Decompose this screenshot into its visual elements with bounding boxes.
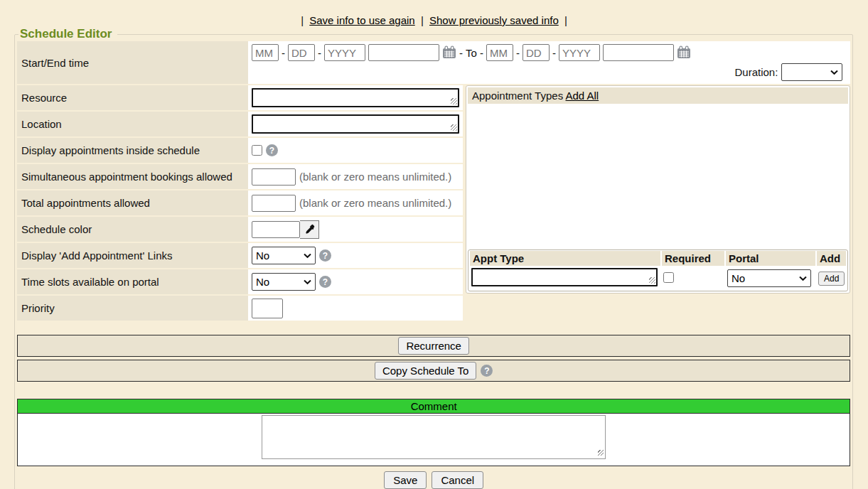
- time-slots-label: Time slots available on portal: [17, 269, 248, 294]
- add-appt-links-row: Display 'Add Appointment' Links No ?: [17, 243, 463, 268]
- schedule-color-label: Schedule color: [17, 217, 248, 242]
- schedule-color-row: Schedule color: [17, 217, 463, 242]
- appointment-type-table: Appt Type Required Portal Add: [468, 249, 848, 291]
- time-slots-select[interactable]: No: [252, 273, 316, 291]
- save-info-link[interactable]: Save info to use again: [309, 14, 414, 26]
- comment-header: Comment: [18, 399, 850, 414]
- end-time-input[interactable]: [603, 44, 674, 61]
- save-button[interactable]: Save: [384, 471, 427, 489]
- simultaneous-row: Simultaneous appointment bookings allowe…: [17, 164, 463, 189]
- date-separator: -: [318, 47, 321, 59]
- priority-label: Priority: [17, 296, 248, 321]
- location-label: Location: [17, 112, 248, 136]
- add-all-link[interactable]: Add All: [565, 90, 599, 102]
- left-form-table: Resource Location Disp: [17, 85, 463, 322]
- total-appointments-label: Total appointments allowed: [17, 190, 248, 215]
- page-title: Schedule Editor: [18, 27, 117, 41]
- display-inside-row: Display appointments inside schedule ?: [17, 138, 463, 163]
- help-icon[interactable]: ?: [266, 144, 278, 156]
- required-checkbox[interactable]: [663, 272, 674, 283]
- appointment-types-header: Appointment Types Add All: [468, 87, 848, 104]
- add-header: Add: [817, 251, 846, 266]
- end-month-input[interactable]: [486, 44, 513, 61]
- help-icon[interactable]: ?: [319, 249, 331, 262]
- schedule-editor-panel: Schedule Editor Start/End time - -: [14, 27, 853, 489]
- recurrence-bar: Recurrence: [17, 335, 850, 357]
- start-end-label: Start/End time: [17, 41, 248, 84]
- priority-row: Priority: [17, 296, 463, 321]
- unlimited-hint: (blank or zero means unlimited.): [299, 171, 451, 183]
- appt-type-input[interactable]: [471, 268, 658, 286]
- schedule-color-input[interactable]: [252, 221, 300, 238]
- start-end-inputs: - - - To - - -: [248, 41, 850, 84]
- portal-select[interactable]: No: [727, 269, 811, 287]
- start-time-input[interactable]: [368, 44, 439, 61]
- comment-input[interactable]: [262, 415, 606, 459]
- show-saved-link[interactable]: Show previously saved info: [429, 14, 559, 26]
- start-calendar-icon[interactable]: [442, 45, 456, 60]
- unlimited-hint: (blank or zero means unlimited.): [299, 197, 451, 209]
- location-row: Location: [17, 112, 463, 136]
- appointment-types-title: Appointment Types: [472, 90, 563, 102]
- start-day-input[interactable]: [288, 44, 315, 61]
- simultaneous-label: Simultaneous appointment bookings allowe…: [17, 164, 248, 189]
- appointment-types-panel: Appointment Types Add All Appt Type Requ…: [466, 85, 850, 294]
- location-input[interactable]: [252, 114, 459, 134]
- total-appointments-row: Total appointments allowed (blank or zer…: [17, 190, 463, 215]
- start-month-input[interactable]: [252, 44, 279, 61]
- end-day-input[interactable]: [523, 44, 550, 61]
- add-appt-links-label: Display 'Add Appointment' Links: [17, 243, 248, 268]
- priority-input[interactable]: [252, 299, 283, 318]
- link-separator: |: [564, 14, 567, 26]
- eyedropper-icon: [304, 224, 315, 235]
- help-icon[interactable]: ?: [481, 365, 493, 377]
- total-appointments-input[interactable]: [252, 195, 296, 212]
- portal-header: Portal: [726, 251, 815, 266]
- save-cancel-row: Save Cancel: [17, 471, 850, 489]
- cancel-button[interactable]: Cancel: [432, 471, 483, 489]
- display-inside-checkbox[interactable]: [252, 145, 262, 156]
- resource-row: Resource: [17, 85, 463, 110]
- link-separator: |: [421, 14, 424, 26]
- appt-table-input-row: No Add: [470, 267, 846, 289]
- main-columns: Resource Location Disp: [17, 85, 850, 322]
- appt-table-header-row: Appt Type Required Portal Add: [470, 251, 846, 266]
- to-separator: - To -: [459, 47, 483, 59]
- time-slots-row: Time slots available on portal No ?: [17, 269, 463, 294]
- date-separator: -: [282, 47, 285, 59]
- copy-schedule-to-button[interactable]: Copy Schedule To: [375, 362, 476, 380]
- date-line: - - - To - - -: [252, 43, 847, 61]
- duration-label: Duration:: [734, 66, 778, 78]
- date-separator: -: [552, 47, 556, 59]
- add-appt-links-select[interactable]: No: [252, 247, 316, 264]
- duration-line: Duration:: [252, 61, 847, 82]
- resource-label: Resource: [17, 85, 248, 110]
- recurrence-button[interactable]: Recurrence: [398, 337, 469, 355]
- end-year-input[interactable]: [559, 44, 600, 61]
- link-separator: |: [301, 14, 304, 26]
- end-calendar-icon[interactable]: [677, 45, 691, 60]
- appt-type-header: Appt Type: [470, 251, 660, 266]
- resource-input[interactable]: [252, 88, 459, 107]
- color-picker-button[interactable]: [300, 220, 319, 239]
- simultaneous-input[interactable]: [252, 168, 296, 186]
- copy-schedule-bar: Copy Schedule To ?: [17, 360, 850, 382]
- comment-section: Comment: [17, 399, 850, 466]
- top-links: | Save info to use again | Show previous…: [0, 0, 868, 27]
- add-button[interactable]: Add: [818, 272, 845, 286]
- display-inside-label: Display appointments inside schedule: [17, 138, 248, 163]
- start-year-input[interactable]: [324, 44, 365, 61]
- comment-body: [18, 414, 850, 466]
- required-header: Required: [662, 251, 724, 266]
- help-icon[interactable]: ?: [319, 276, 331, 288]
- duration-select[interactable]: [781, 63, 842, 81]
- start-end-row: Start/End time - - - To -: [17, 41, 850, 84]
- date-separator: -: [516, 47, 520, 59]
